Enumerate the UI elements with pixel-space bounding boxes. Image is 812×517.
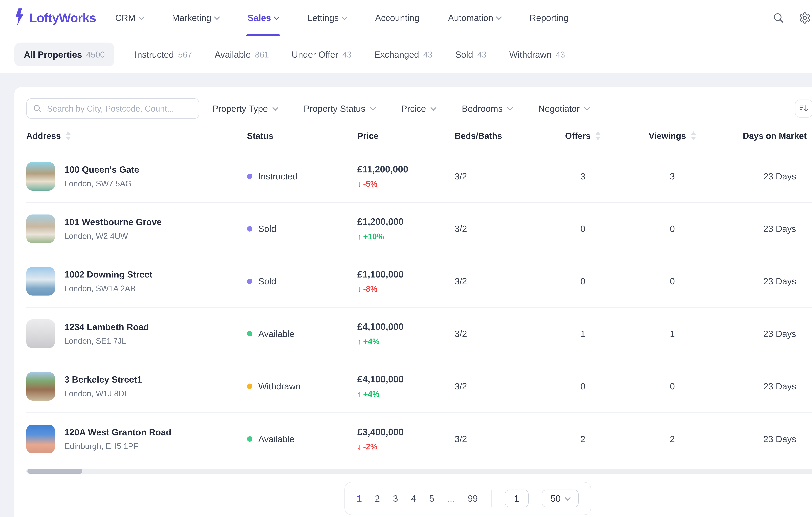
status-tabs: All Properties4500 Instructed567 Availab… [14,42,567,66]
tab-under-offer[interactable]: Under Offer43 [289,42,354,66]
offers-value: 1 [538,328,628,339]
top-navigation-bar: LoftyWorks CRM Marketing Sales Lettings … [0,0,812,36]
brand-name: LoftyWorks [29,11,96,25]
viewings-value: 2 [628,434,717,444]
price-value: £1,100,000 [357,269,455,280]
price-dropdown[interactable]: Prcice [401,104,436,114]
page-jump-input[interactable] [505,490,529,508]
table-row[interactable]: 1002 Downing StreetLondon, SW1A 2AB Sold… [26,255,812,308]
table-row[interactable]: 101 Westbourne GroveLondon, W2 4UW Sold … [26,203,812,255]
property-status-dropdown[interactable]: Property Status [304,104,375,114]
table-row[interactable]: 100 Queen's GateLondon, SW7 5AG Instruct… [26,150,812,203]
price-change-arrow-icon: ↑ [357,337,361,346]
negotiator-dropdown[interactable]: Negotiator [539,104,589,114]
property-photo[interactable] [26,162,55,191]
property-photo[interactable] [26,319,55,348]
pagination: 1 2 3 4 5 ... 99 50 [344,482,591,515]
price-value: £1,200,000 [357,216,455,227]
sort-icon [799,104,809,114]
beds-baths-value: 3/2 [455,381,538,392]
price-change-arrow-icon: ↓ [357,442,361,451]
tab-all-properties[interactable]: All Properties4500 [14,42,114,66]
column-header-address[interactable]: Address [26,131,247,141]
nav-item-sales[interactable]: Sales [248,0,279,36]
offers-value: 0 [538,381,628,392]
column-header-beds-baths: Beds/Baths [455,131,538,141]
brand-logo[interactable]: LoftyWorks [14,8,96,27]
nav-item-automation[interactable]: Automation [448,0,501,36]
chevron-down-icon [272,105,278,111]
status-dot [247,174,252,179]
nav-item-crm[interactable]: CRM [115,0,143,36]
price-change: ↓-8% [357,284,455,294]
column-header-offers[interactable]: Offers [538,131,628,141]
view-controls [795,97,812,120]
nav-item-marketing[interactable]: Marketing [172,0,219,36]
status-tabs-bar: All Properties4500 Instructed567 Availab… [0,36,812,73]
page-size-select[interactable]: 50 [542,490,579,508]
property-photo[interactable] [26,214,55,243]
status-dot [247,331,252,337]
search-icon [33,104,42,113]
column-header-days-on-market[interactable]: Days on Market [717,131,812,141]
chevron-down-icon [273,14,280,20]
tab-exchanged[interactable]: Exchanged43 [372,42,435,66]
property-type-dropdown[interactable]: Property Type [212,104,278,114]
table-body: 100 Queen's GateLondon, SW7 5AG Instruct… [26,150,812,465]
price-value: £4,100,000 [357,321,455,332]
nav-item-lettings[interactable]: Lettings [308,0,347,36]
horizontal-scrollbar-thumb[interactable] [27,469,82,473]
page-button-2[interactable]: 2 [375,493,380,504]
chevron-down-icon [341,14,347,20]
price-change: ↑+10% [357,232,455,241]
days-on-market-value: 23 Days [717,224,812,234]
column-header-viewings[interactable]: Viewings [628,131,717,141]
tab-sold[interactable]: Sold43 [453,42,489,66]
property-photo[interactable] [26,372,55,401]
offers-value: 0 [538,276,628,286]
page-button-1[interactable]: 1 [357,493,362,504]
viewings-value: 0 [628,276,717,286]
days-on-market-value: 23 Days [717,381,812,392]
beds-baths-value: 3/2 [455,224,538,234]
nav-utilities [772,9,812,27]
horizontal-scrollbar-track[interactable] [26,469,812,473]
days-on-market-value: 23 Days [717,171,812,181]
property-photo[interactable] [26,425,55,453]
search-box[interactable] [26,98,199,119]
gear-icon[interactable] [798,11,811,25]
nav-item-accounting[interactable]: Accounting [375,0,419,36]
nav-item-reporting[interactable]: Reporting [529,0,569,36]
bedrooms-dropdown[interactable]: Bedrooms [462,104,512,114]
status-label: Sold [258,224,276,234]
search-input[interactable] [47,104,193,114]
tab-instructed[interactable]: Instructed567 [132,42,194,66]
search-icon[interactable] [772,11,785,25]
page-button-5[interactable]: 5 [429,493,434,504]
page-button-3[interactable]: 3 [393,493,398,504]
status-dot [247,279,252,284]
beds-baths-value: 3/2 [455,171,538,181]
property-photo[interactable] [26,267,55,295]
price-change-arrow-icon: ↓ [357,284,361,294]
table-row[interactable]: 120A West Granton RoadEdinburgh, EH5 1PF… [26,413,812,465]
price-change-arrow-icon: ↑ [357,232,361,241]
column-header-status: Status [247,131,357,141]
sort-button[interactable] [795,99,812,117]
price-change: ↑+4% [357,390,455,399]
page-button-4[interactable]: 4 [411,493,416,504]
tab-available[interactable]: Available861 [212,42,271,66]
table-row[interactable]: 3 Berkeley Street1London, W1J 8DL Withdr… [26,360,812,413]
pagination-divider [491,490,492,508]
tab-withdrawn[interactable]: Withdrawn43 [507,42,568,66]
status-label: Available [258,434,295,444]
status-label: Available [258,328,295,339]
page-ellipsis: ... [447,493,455,504]
table-row[interactable]: 1234 Lambeth RoadLondon, SE1 7JL Availab… [26,308,812,360]
days-on-market-value: 23 Days [717,434,812,444]
price-change-arrow-icon: ↑ [357,390,361,399]
page-button-99[interactable]: 99 [468,493,478,504]
days-on-market-value: 23 Days [717,276,812,286]
chevron-down-icon [564,495,570,500]
price-value: £11,200,000 [357,164,455,175]
